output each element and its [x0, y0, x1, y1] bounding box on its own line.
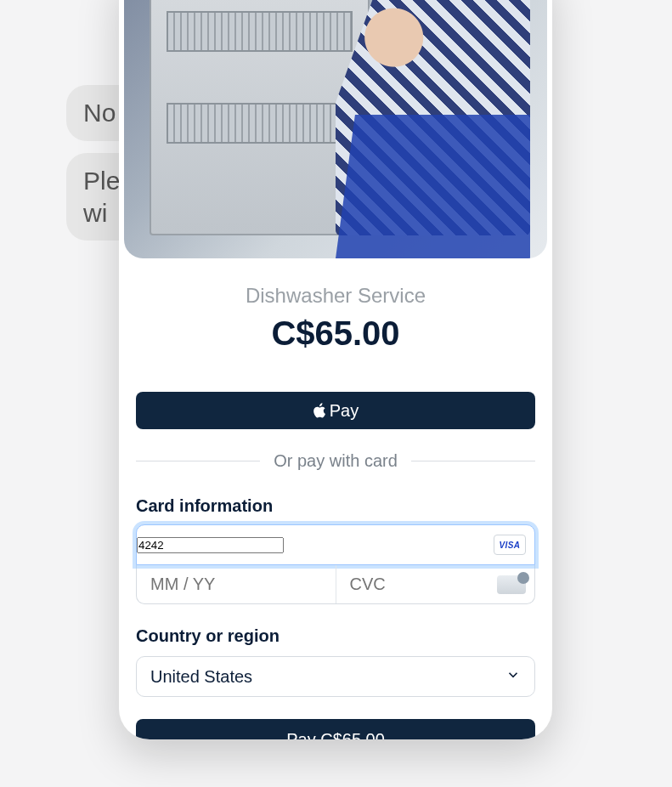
divider-text: Or pay with card [274, 451, 398, 471]
product-image [124, 0, 547, 258]
pay-button[interactable]: Pay C$65.00 [136, 719, 535, 739]
apple-logo-icon [313, 403, 326, 418]
divider-line-right [411, 461, 535, 461]
dish-rack-lower [167, 103, 353, 143]
card-number-input[interactable] [137, 537, 284, 553]
visa-card-icon: VISA [494, 535, 526, 555]
product-price: C$65.00 [136, 314, 535, 353]
dish-rack-upper [167, 11, 353, 51]
apple-pay-label: Pay [330, 401, 359, 421]
country-select[interactable]: United States [136, 656, 535, 697]
technician-apron [336, 115, 530, 258]
card-expiry-input[interactable] [137, 565, 336, 603]
apple-pay-button[interactable]: Pay [136, 392, 535, 429]
checkout-card: Dishwasher Service C$65.00 Pay Or pay wi… [119, 0, 552, 739]
pay-with-card-divider: Or pay with card [136, 451, 535, 471]
chevron-down-icon [505, 667, 521, 687]
cvc-card-icon [497, 575, 526, 594]
divider-line-left [136, 461, 260, 461]
product-name: Dishwasher Service [136, 284, 535, 308]
card-information-label: Card information [136, 496, 535, 516]
country-selected-value: United States [150, 667, 252, 687]
card-number-field-wrap[interactable]: VISA [136, 524, 535, 565]
country-region-label: Country or region [136, 626, 535, 646]
